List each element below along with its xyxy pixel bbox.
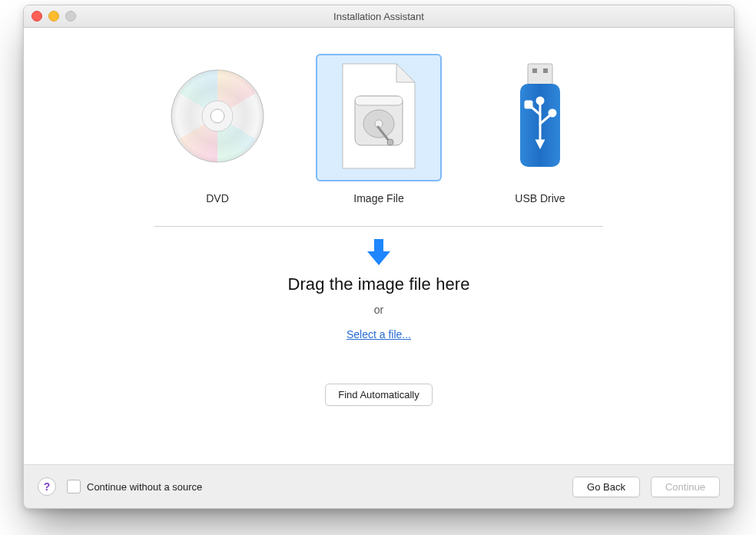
- source-option-usb-drive[interactable]: USB Drive: [477, 54, 603, 204]
- continue-button[interactable]: Continue: [651, 477, 720, 497]
- find-automatically-button[interactable]: Find Automatically: [325, 384, 433, 406]
- go-back-button[interactable]: Go Back: [572, 477, 640, 497]
- minimize-window-button[interactable]: [48, 11, 59, 22]
- source-label-image-file: Image File: [353, 192, 403, 204]
- svg-rect-9: [532, 68, 537, 73]
- svg-point-7: [387, 139, 393, 145]
- svg-point-2: [211, 109, 224, 123]
- drop-or-text: or: [374, 304, 383, 316]
- select-file-link[interactable]: Select a file...: [346, 328, 411, 341]
- continue-without-source-checkbox[interactable]: [67, 480, 81, 493]
- source-option-dvd[interactable]: DVD: [154, 54, 280, 204]
- drop-instruction: Drag the image file here: [287, 274, 469, 294]
- window-controls: [32, 11, 76, 22]
- source-label-usb-drive: USB Drive: [515, 192, 565, 204]
- svg-point-15: [549, 110, 555, 116]
- help-button[interactable]: ?: [38, 477, 56, 496]
- close-window-button[interactable]: [32, 11, 42, 22]
- continue-without-source-row[interactable]: Continue without a source: [67, 480, 202, 493]
- window-title: Installation Assistant: [24, 11, 734, 22]
- zoom-window-button[interactable]: [65, 11, 76, 22]
- continue-without-source-label: Continue without a source: [87, 481, 202, 493]
- svg-rect-14: [526, 101, 532, 108]
- svg-rect-8: [528, 64, 552, 85]
- drop-zone[interactable]: Drag the image file here or Select a fil…: [24, 227, 734, 341]
- window: Installation Assistant: [23, 5, 734, 509]
- image-file-icon: [337, 62, 421, 173]
- arrow-down-icon: [366, 238, 392, 267]
- source-label-dvd: DVD: [206, 192, 229, 204]
- dvd-tile: [154, 54, 280, 181]
- svg-rect-4: [355, 96, 403, 105]
- source-type-row: DVD: [24, 28, 734, 204]
- dvd-icon: [169, 68, 266, 168]
- svg-rect-10: [543, 68, 548, 73]
- content-area: DVD: [24, 28, 734, 464]
- titlebar: Installation Assistant: [24, 5, 734, 28]
- source-option-image-file[interactable]: Image File: [316, 54, 442, 204]
- usb-drive-tile: [477, 54, 603, 181]
- footer: ? Continue without a source Go Back Cont…: [24, 464, 734, 508]
- usb-drive-icon: [516, 62, 565, 173]
- image-file-tile: [316, 54, 442, 181]
